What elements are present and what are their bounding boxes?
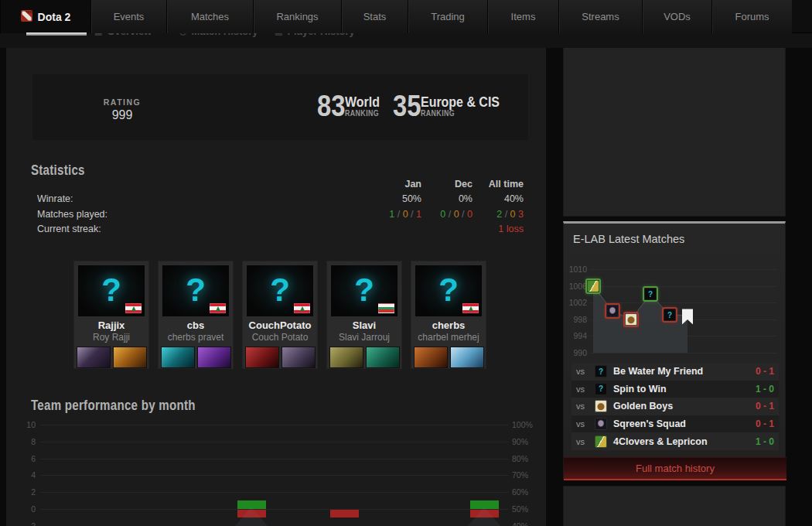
match-row-sqreen-s-squad[interactable]: vsSqreen's Squad0 - 1 [571, 415, 779, 433]
current-streak-value: 1 loss [476, 224, 524, 234]
sidebar-box-bottom [563, 486, 786, 526]
hero-thumbnails [327, 347, 401, 368]
winrate-label: Winrate: [37, 193, 73, 204]
opponent-name: 4Clovers & Lepricon [613, 436, 708, 447]
player-card-cbs[interactable]: ?cbscherbs pravet [158, 261, 234, 369]
nav-tab-stats[interactable]: Stats [341, 0, 408, 33]
gridline [40, 492, 509, 493]
matches-played-alltime: 2 / 0 3 [476, 209, 524, 220]
nav-tab-rankings[interactable]: Rankings [253, 0, 341, 33]
lebanon-flag-icon [125, 303, 142, 313]
winrate-alltime: 40% [476, 193, 524, 204]
match-point-sqreen-s-squad[interactable] [605, 303, 620, 319]
match-row-4clovers-lepricon[interactable]: vs4Clovers & Lepricon1 - 0 [571, 432, 779, 450]
gridline [40, 475, 509, 476]
opponent-name: Spin to Win [613, 384, 667, 394]
nav-tab-label: Matches [191, 11, 229, 22]
performance-chart-title: Team performance by month [31, 398, 227, 414]
team-roster: ?RajjixRoy Rajji?cbscherbs pravet?CouchP… [73, 261, 486, 369]
vs-label: vs [576, 384, 595, 394]
nav-tab-forums[interactable]: Forums [711, 0, 792, 33]
page: Dota 2EventsMatchesRankingsStatsTradingI… [0, 0, 812, 526]
player-nickname: cherbs [411, 319, 486, 331]
player-card-rajjix[interactable]: ?RajjixRoy Rajji [73, 261, 149, 369]
player-photo-placeholder: ? [331, 265, 397, 316]
player-realname: charbel merhej [411, 332, 486, 343]
stats-column-jan: Jan [374, 179, 421, 190]
matches-played-dec: 0 / 0 / 0 [425, 209, 473, 220]
nav-tab-events[interactable]: Events [90, 0, 166, 33]
nav-tab-dota-2[interactable]: Dota 2 [0, 0, 90, 33]
hero-thumb-icon [281, 347, 316, 368]
question-team-icon: ? [644, 288, 657, 300]
gridline [40, 459, 509, 459]
latest-matches-panel: E-LAB Latest Matches 1010100610029989949… [563, 221, 786, 480]
y-axis-tick-left: 6 [14, 454, 36, 463]
full-match-history-button[interactable]: Full match history [564, 457, 786, 480]
rating-box: RATING 999 83 World RANKING 35 Europe & … [32, 74, 528, 140]
hero-thumb-icon [366, 347, 400, 368]
gridline [40, 509, 509, 510]
nav-tab-streams[interactable]: Streams [558, 0, 642, 33]
match-point-be-water-my-friend[interactable]: ? [662, 307, 677, 323]
nav-tab-items[interactable]: Items [487, 0, 558, 33]
match-point-golden-boys[interactable] [623, 312, 639, 327]
player-nickname: cbs [159, 319, 233, 331]
nav-tab-label: VODs [664, 11, 691, 22]
match-point-4clovers-lepricon[interactable] [585, 278, 601, 294]
y-axis-tick-left: 0 [14, 504, 36, 514]
player-card-slavi[interactable]: ?SlaviSlavi Jarrouj [326, 261, 402, 369]
player-card-cherbs[interactable]: ?cherbscharbel merhej [411, 261, 486, 369]
question-team-icon: ? [664, 309, 676, 321]
player-realname: Roy Rajji [74, 332, 148, 343]
nav-tab-matches[interactable]: Matches [166, 0, 253, 33]
match-point-spin-to-win[interactable]: ? [643, 286, 658, 302]
bulgaria-flag-icon [378, 303, 394, 313]
vs-label: vs [576, 367, 595, 376]
match-list: vs?Be Water My Friend0 - 1vs?Spin to Win… [571, 363, 779, 450]
ad-placeholder [563, 40, 786, 217]
match-row-spin-to-win[interactable]: vs?Spin to Win1 - 0 [571, 381, 779, 398]
gridline [40, 442, 509, 442]
player-photo-placeholder: ? [247, 265, 313, 316]
cedar-emblem [300, 306, 305, 311]
gridline [40, 425, 509, 425]
vs-label: vs [576, 401, 595, 411]
player-nickname: CouchPotato [243, 319, 317, 331]
sqreens-squad-team-icon [606, 305, 619, 317]
vs-label: vs [576, 419, 595, 429]
statistics-title: Statistics [31, 162, 95, 179]
active-tab-underline [26, 32, 87, 36]
match-row-golden-boys[interactable]: vsGolden Boys0 - 1 [571, 398, 779, 415]
nav-tab-label: Events [114, 11, 145, 22]
loss-bar [330, 510, 359, 517]
hero-thumb-icon [450, 347, 484, 368]
player-realname: cherbs pravet [159, 332, 233, 343]
nav-tab-label: Stats [363, 11, 387, 22]
clovers-team-icon [595, 435, 607, 448]
nav-tab-trading[interactable]: Trading [408, 0, 487, 33]
cedar-emblem [469, 306, 473, 311]
match-score: 0 - 1 [756, 401, 774, 412]
y-axis-tick-right: 80% [512, 454, 528, 463]
nav-tab-vods[interactable]: VODs [642, 0, 711, 33]
hero-thumb-icon [329, 347, 363, 368]
hero-thumb-icon [245, 347, 279, 368]
nav-tab-label: Streams [582, 11, 619, 22]
rating-value: 999 [91, 108, 153, 122]
player-card-couchpotato[interactable]: ?CouchPotatoCouch Potato [242, 261, 318, 369]
question-team-icon: ? [595, 365, 607, 377]
player-nickname: Slavi [327, 319, 401, 331]
hero-thumb-icon [197, 347, 231, 368]
nav-tab-label: Trading [431, 11, 465, 22]
player-realname: Couch Potato [243, 332, 317, 343]
nav-tab-label: Dota 2 [38, 11, 71, 23]
player-photo-placeholder: ? [415, 265, 482, 316]
y-axis-tick-right: 60% [512, 487, 528, 497]
match-row-be-water-my-friend[interactable]: vs?Be Water My Friend0 - 1 [571, 363, 779, 381]
match-score: 1 - 0 [756, 384, 774, 394]
golden-boys-team-icon [595, 400, 607, 412]
cedar-emblem [216, 306, 220, 311]
y-axis-tick-right: 50% [512, 504, 528, 514]
y-axis-tick-left: -2 [14, 521, 36, 526]
